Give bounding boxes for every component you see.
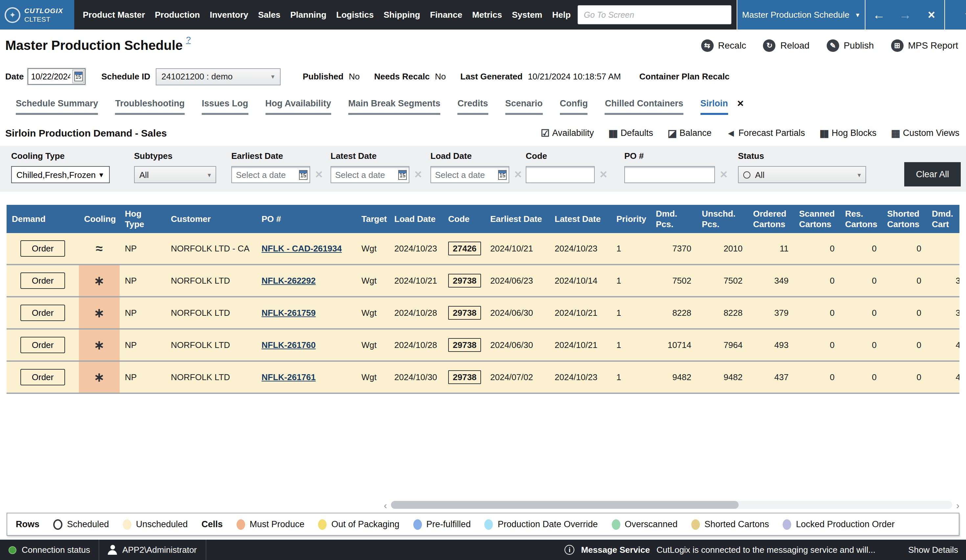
menu-item-production[interactable]: Production <box>153 7 202 22</box>
legend-label: Scheduled <box>67 519 109 529</box>
date-input[interactable] <box>29 72 72 81</box>
tab-scenario[interactable]: Scenario <box>505 98 542 115</box>
action-reload[interactable]: ↻Reload <box>763 39 810 52</box>
menu-item-finance[interactable]: Finance <box>428 7 464 22</box>
target-cell: Wgt <box>356 362 389 393</box>
schedule-id-dropdown[interactable]: 241021200 : demo ▾ <box>155 68 280 85</box>
tab-issues-log[interactable]: Issues Log <box>202 98 248 115</box>
forward-arrow-button[interactable]: → <box>892 8 918 22</box>
calendar-button[interactable]: 15 <box>72 70 84 84</box>
earliest-date-picker[interactable]: Select a date 15 <box>231 166 310 183</box>
tool-defaults[interactable]: ▮▮Defaults <box>608 128 653 138</box>
needs-recalc-label: Needs Recalc <box>374 72 430 82</box>
target-cell: Wgt <box>356 265 389 296</box>
tool-balance[interactable]: ◪Balance <box>668 128 712 138</box>
goto-screen-input[interactable] <box>578 5 732 24</box>
latest-date-picker[interactable]: Select a date 15 <box>330 166 409 183</box>
po-link[interactable]: NFLK-261761 <box>261 372 316 382</box>
back-arrow-button[interactable]: ← <box>866 8 892 22</box>
tool-forecast-partials[interactable]: ◄Forecast Partials <box>726 128 805 138</box>
action-recalc[interactable]: ⇆Recalc <box>701 39 746 52</box>
code-filter-input[interactable] <box>526 166 595 183</box>
tab-credits[interactable]: Credits <box>457 98 488 115</box>
clear-earliest-date-icon[interactable]: ✕ <box>315 169 323 180</box>
close-screen-button[interactable]: × <box>918 8 945 22</box>
customer-cell: NORFOLK LTD <box>166 329 256 360</box>
menu-item-sales[interactable]: Sales <box>256 7 283 22</box>
po-link[interactable]: NFLK - CAD-261934 <box>261 244 342 254</box>
close-tab-icon[interactable]: × <box>737 97 744 110</box>
po-link[interactable]: NFLK-261760 <box>261 340 316 350</box>
order-button[interactable]: Order <box>21 272 65 289</box>
column-header-14: Scanned Cartons <box>794 205 840 233</box>
action-publish[interactable]: ✎Publish <box>827 39 874 52</box>
section-bar: Sirloin Production Demand - Sales ☑Avail… <box>0 121 966 144</box>
ordered-cartons-cell: 493 <box>748 329 794 360</box>
cooling-type-label: Cooling Type <box>11 151 110 161</box>
show-details-link[interactable]: Show Details <box>908 545 958 555</box>
tool-label: Defaults <box>621 128 653 138</box>
po-filter-input[interactable] <box>624 166 715 183</box>
clear-po-icon[interactable]: ✕ <box>720 169 728 180</box>
frozen-icon: ∗ <box>94 305 105 320</box>
code-value[interactable]: 27426 <box>448 242 481 255</box>
scanned-cartons-cell: 0 <box>794 329 840 360</box>
scrollbar-thumb[interactable] <box>391 501 739 509</box>
res-cartons-cell: 0 <box>840 329 882 360</box>
tool-hog-blocks[interactable]: ▮▮Hog Blocks <box>820 128 877 138</box>
tab-main-break-segments[interactable]: Main Break Segments <box>348 98 440 115</box>
order-button[interactable]: Order <box>21 240 65 257</box>
page-actions: ⇆Recalc↻Reload✎Publish⊞MPS Report <box>701 39 966 52</box>
menu-item-logistics[interactable]: Logistics <box>334 7 376 22</box>
tool-custom-views[interactable]: ▦Custom Views <box>891 128 959 138</box>
clear-latest-date-icon[interactable]: ✕ <box>414 169 422 180</box>
screen-selector-zone: Master Production Schedule ▼ ← → × ☆ <box>737 0 966 29</box>
tab-hog-availability[interactable]: Hog Availability <box>265 98 331 115</box>
menu-item-system[interactable]: System <box>510 7 544 22</box>
clear-code-icon[interactable]: ✕ <box>599 169 608 180</box>
po-link[interactable]: NFLK-262292 <box>261 276 316 286</box>
current-user: APP2\Administrator <box>99 540 206 560</box>
po-link[interactable]: NFLK-261759 <box>261 308 316 318</box>
tab-sirloin[interactable]: Sirloin <box>700 98 728 115</box>
code-value[interactable]: 29738 <box>448 370 481 384</box>
tab-schedule-summary[interactable]: Schedule Summary <box>16 98 98 115</box>
tab-config[interactable]: Config <box>560 98 588 115</box>
menu-item-inventory[interactable]: Inventory <box>208 7 250 22</box>
code-value[interactable]: 29738 <box>448 274 481 288</box>
radio-icon <box>743 171 751 178</box>
order-button[interactable]: Order <box>21 369 65 385</box>
cooling-type-select[interactable]: Chilled,Fresh,Frozen ▼ <box>11 166 110 183</box>
menu-item-product-master[interactable]: Product Master <box>81 7 147 22</box>
clear-all-button[interactable]: Clear All <box>904 162 961 187</box>
action-mps-report[interactable]: ⊞MPS Report <box>891 39 958 52</box>
menu-item-metrics[interactable]: Metrics <box>470 7 504 22</box>
screen-selector-dropdown[interactable]: Master Production Schedule ▼ <box>737 0 866 29</box>
help-link[interactable]: ? <box>186 35 191 45</box>
subtypes-select[interactable]: All ▾ <box>134 166 216 183</box>
tool-availability[interactable]: ☑Availability <box>541 128 594 138</box>
menu-item-planning[interactable]: Planning <box>289 7 329 22</box>
tab-troubleshooting[interactable]: Troubleshooting <box>115 98 185 115</box>
menu-item-help[interactable]: Help <box>550 7 572 22</box>
status-select[interactable]: All ▾ <box>738 166 866 183</box>
order-button[interactable]: Order <box>21 337 65 353</box>
order-button[interactable]: Order <box>21 305 65 321</box>
latest-date-cell: 2024/10/23 <box>549 233 611 264</box>
clear-load-date-icon[interactable]: ✕ <box>514 169 522 180</box>
scroll-right-icon[interactable]: › <box>956 500 959 510</box>
priority-cell: 1 <box>611 297 651 328</box>
scrollbar-track[interactable] <box>391 501 952 509</box>
scroll-left-icon[interactable]: ‹ <box>384 500 387 510</box>
code-value[interactable]: 29738 <box>448 338 481 352</box>
published-value: No <box>348 72 360 82</box>
code-value[interactable]: 29738 <box>448 306 481 320</box>
column-header-2: Hog Type <box>120 205 166 233</box>
legend-label: Must Produce <box>250 519 305 529</box>
unschd-pcs-cell: 9482 <box>697 362 748 393</box>
menu-item-shipping[interactable]: Shipping <box>381 7 422 22</box>
favorite-star-icon[interactable]: ☆ <box>957 8 966 22</box>
load-date-picker[interactable]: Select a date 15 <box>430 166 509 183</box>
column-header-6: Load Date <box>389 205 443 233</box>
tab-chilled-containers[interactable]: Chilled Containers <box>605 98 683 115</box>
